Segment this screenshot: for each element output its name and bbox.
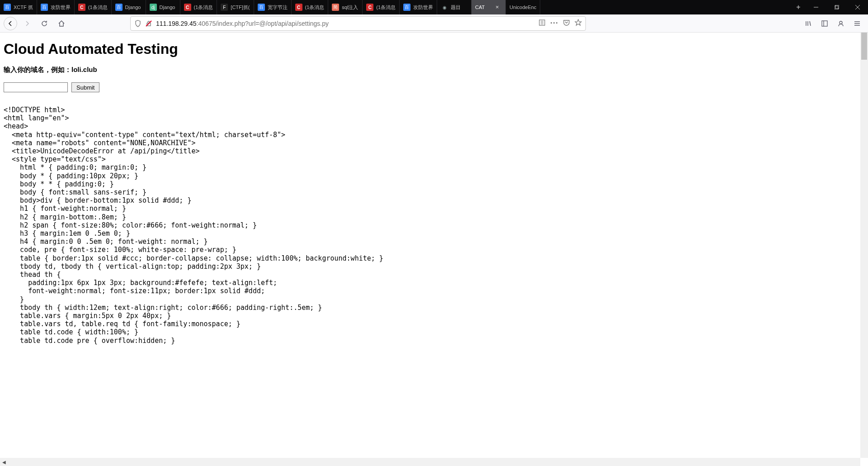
tab-14[interactable]: UnicodeEnc — [506, 0, 540, 14]
tab-7[interactable]: 百宽字节注 — [254, 0, 292, 14]
shield-icon — [134, 20, 142, 27]
reload-button[interactable] — [37, 16, 52, 31]
tab-label: Django — [160, 5, 176, 10]
domain-form — [4, 82, 864, 92]
favicon-icon: C — [295, 4, 302, 11]
tab-3[interactable]: 百Django — [112, 0, 146, 14]
response-code-block: <!DOCTYPE html> <html lang="en"> <head> … — [4, 106, 864, 345]
favicon-icon: C — [366, 4, 373, 11]
tab-0[interactable]: 百XCTF 抓 — [0, 0, 37, 14]
tab-2[interactable]: C(1条消息 — [75, 0, 112, 14]
page-content: Cloud Automated Testing 输入你的域名，例如：loli.c… — [0, 33, 868, 458]
tab-label: 攻防世界 — [51, 4, 71, 11]
svg-point-16 — [840, 21, 842, 24]
favicon-icon: 百 — [258, 4, 265, 11]
submit-button[interactable] — [71, 82, 99, 92]
url-rest: :40675/index.php?url=@/opt/api/api/setti… — [197, 20, 329, 27]
pocket-icon[interactable] — [563, 19, 570, 28]
bookmark-star-icon[interactable] — [575, 19, 582, 28]
favicon-icon: 简 — [332, 4, 339, 11]
favicon-icon: 百 — [115, 4, 123, 11]
url-bar[interactable]: 111.198.29.45:40675/index.php?url=@/opt/… — [130, 16, 586, 31]
new-tab-button[interactable]: + — [791, 0, 806, 14]
vertical-scrollbar[interactable] — [860, 33, 868, 458]
window-titlebar: 百XCTF 抓百攻防世界C(1条消息百DjangodjDjangoC(1条消息F… — [0, 0, 868, 14]
tab-11[interactable]: 百攻防世界 — [400, 0, 437, 14]
tab-10[interactable]: C(1条消息 — [363, 0, 400, 14]
favicon-icon: F — [221, 4, 228, 11]
home-button[interactable] — [54, 16, 69, 31]
page-title: Cloud Automated Testing — [4, 41, 864, 57]
favicon-icon: C — [184, 4, 191, 11]
svg-rect-1 — [835, 6, 838, 10]
favicon-icon: ◉ — [441, 4, 448, 11]
url-text: 111.198.29.45:40675/index.php?url=@/opt/… — [156, 20, 535, 27]
library-icon[interactable] — [801, 16, 816, 31]
favicon-icon: 百 — [4, 4, 11, 11]
tab-label: CAT — [475, 5, 493, 10]
tab-4[interactable]: djDjango — [146, 0, 180, 14]
favicon-icon: C — [78, 4, 85, 11]
tab-label: XCTF 抓 — [14, 4, 33, 11]
domain-input[interactable] — [4, 82, 68, 92]
insecure-lock-icon — [145, 20, 152, 27]
back-button[interactable] — [4, 17, 17, 30]
favicon-icon: 百 — [41, 4, 48, 11]
tab-label: (1条消息 — [305, 4, 325, 11]
forward-button[interactable] — [20, 16, 34, 31]
tab-strip: 百XCTF 抓百攻防世界C(1条消息百DjangodjDjangoC(1条消息F… — [0, 0, 791, 14]
svg-line-13 — [810, 21, 811, 26]
reader-mode-icon[interactable] — [538, 19, 546, 28]
minimize-button[interactable] — [806, 0, 826, 14]
page-prompt: 输入你的域名，例如：loli.club — [4, 66, 864, 74]
tab-label: (1条消息 — [88, 4, 108, 11]
tab-label: (1条消息 — [376, 4, 396, 11]
svg-rect-14 — [822, 21, 827, 26]
close-window-button[interactable] — [847, 0, 868, 14]
tab-label: sql注入 — [342, 4, 359, 11]
tab-label: Django — [125, 5, 142, 10]
tab-5[interactable]: C(1条消息 — [180, 0, 217, 14]
tab-label: 宽字节注 — [268, 4, 288, 11]
account-icon[interactable] — [834, 16, 848, 31]
tab-9[interactable]: 简sql注入 — [328, 0, 363, 14]
favicon-icon: 百 — [403, 4, 410, 11]
svg-rect-2 — [835, 5, 839, 9]
tab-label: [CTF]抓( — [231, 4, 250, 11]
app-menu-icon[interactable] — [850, 16, 864, 31]
tab-label: 攻防世界 — [413, 4, 433, 11]
close-icon[interactable]: × — [495, 4, 502, 10]
tab-8[interactable]: C(1条消息 — [292, 0, 329, 14]
scrollbar-thumb[interactable] — [861, 33, 867, 60]
page-actions-icon[interactable]: ··· — [550, 19, 558, 28]
tab-13[interactable]: CAT× — [472, 0, 506, 14]
window-controls — [806, 0, 868, 14]
sidebar-icon[interactable] — [817, 16, 832, 31]
tab-6[interactable]: F[CTF]抓( — [217, 0, 254, 14]
navigation-toolbar: 111.198.29.45:40675/index.php?url=@/opt/… — [0, 14, 868, 33]
restore-button[interactable] — [826, 0, 847, 14]
favicon-icon: dj — [150, 4, 157, 11]
tab-12[interactable]: ◉题目 — [437, 0, 472, 14]
tab-label: UnicodeEnc — [509, 5, 536, 10]
tab-1[interactable]: 百攻防世界 — [37, 0, 75, 14]
tab-label: (1条消息 — [194, 4, 213, 11]
url-host: 111.198.29.45 — [156, 20, 197, 27]
tab-label: 题目 — [451, 4, 467, 11]
